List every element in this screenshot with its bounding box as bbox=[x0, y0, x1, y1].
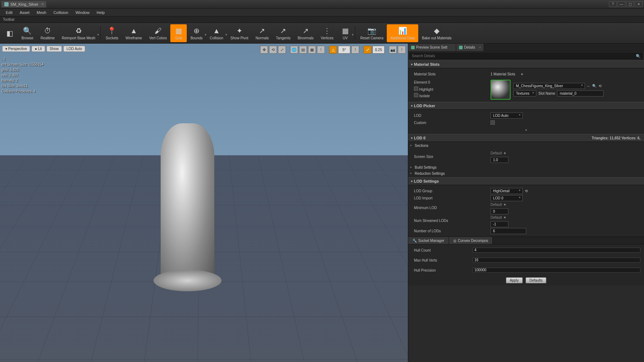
world-local-toggle[interactable]: 🌐 bbox=[290, 46, 298, 54]
menu-mesh[interactable]: Mesh bbox=[33, 9, 50, 16]
angle-snap-extra[interactable]: ! bbox=[351, 46, 359, 54]
defaults-button[interactable]: Defaults bbox=[526, 277, 547, 283]
screen-size-label: Screen Size bbox=[412, 155, 491, 159]
collision-icon: ▲ bbox=[212, 26, 221, 35]
lod-menu[interactable]: LOD Auto bbox=[63, 46, 85, 52]
num-streamed-input[interactable]: -1 bbox=[491, 221, 508, 227]
section-lod0[interactable]: ▾LOD 0 Triangles: 11,652 Vertices: 6, bbox=[408, 134, 644, 142]
material-thumbnail[interactable] bbox=[491, 80, 511, 100]
angle-snap-value[interactable]: 5° bbox=[338, 46, 350, 54]
isolate-checkbox[interactable] bbox=[414, 93, 418, 97]
grid-snap-value[interactable]: ! bbox=[317, 46, 325, 54]
camera-speed-icon[interactable]: 📷 bbox=[389, 46, 397, 54]
move-gizmo-icon[interactable]: ✥ bbox=[260, 46, 268, 54]
lod-dropdown[interactable]: LOD Auto bbox=[491, 113, 523, 119]
num-lods-input[interactable]: 6 bbox=[491, 228, 526, 234]
toolbar-reimport-base-mesh[interactable]: ♻Reimport Base Mesh▼ bbox=[58, 24, 99, 42]
close-icon[interactable]: ✕ bbox=[479, 46, 482, 49]
angle-snap-icon[interactable]: △ bbox=[329, 46, 337, 54]
scale-gizmo-icon[interactable]: ⤢ bbox=[278, 46, 286, 54]
mesh-icon bbox=[4, 2, 9, 6]
add-platform-icon[interactable]: ＋ bbox=[503, 150, 507, 155]
toolbar-grid[interactable]: ▦Grid bbox=[170, 24, 187, 42]
lit-toggle[interactable]: ● Lit bbox=[31, 46, 45, 52]
highlight-checkbox[interactable] bbox=[414, 86, 418, 91]
toolbar-bounds[interactable]: ⊕Bounds▼ bbox=[187, 24, 206, 42]
reset-camera-icon: 📷 bbox=[367, 26, 376, 35]
toolbar-collision[interactable]: ▲Collision▼ bbox=[206, 24, 227, 42]
grid-icon: ▦ bbox=[174, 26, 183, 35]
search-details-input[interactable] bbox=[409, 53, 643, 59]
surface-snap-icon[interactable]: ▤ bbox=[299, 46, 307, 54]
toolbar-browse[interactable]: 🔍Browse bbox=[18, 24, 37, 42]
reset-icon[interactable]: ⟲ bbox=[598, 84, 602, 88]
add-platform-icon[interactable]: ＋ bbox=[503, 202, 507, 207]
material-dropdown[interactable]: M_ChessFigures_King_Silver bbox=[513, 83, 585, 89]
3d-viewport[interactable]: ▾ Perspective ● Lit Show LOD Auto ✥ ⟲ ⤢ … bbox=[0, 44, 408, 362]
lod-group-dropdown[interactable]: HighDetail bbox=[491, 188, 523, 194]
max-hull-verts-slider[interactable]: 16 bbox=[473, 258, 640, 263]
source-control-icon[interactable]: ? bbox=[609, 1, 617, 7]
hull-precision-slider[interactable]: 100000 bbox=[473, 268, 640, 273]
binormals-icon: ↗ bbox=[301, 26, 310, 35]
expand-icon[interactable]: ▼ bbox=[525, 129, 528, 132]
asset-tab[interactable]: SM_King_Silver ✕ bbox=[1, 1, 46, 8]
hull-count-slider[interactable]: 4 bbox=[473, 248, 640, 253]
section-lod-picker[interactable]: ▾LOD Picker bbox=[408, 102, 644, 110]
rotate-gizmo-icon[interactable]: ⟲ bbox=[269, 46, 277, 54]
browse-asset-icon[interactable]: 🔍 bbox=[592, 84, 596, 88]
grid-snap-icon[interactable]: ▦ bbox=[308, 46, 316, 54]
toolbar-vert-colors[interactable]: 🖌Vert Colors bbox=[146, 24, 170, 42]
tab-convex-decomposition[interactable]: ◎Convex Decompos bbox=[449, 237, 493, 244]
close-button[interactable]: ✕ bbox=[635, 1, 643, 7]
menu-asset[interactable]: Asset bbox=[16, 9, 33, 16]
scale-snap-value[interactable]: 0.25 bbox=[372, 46, 385, 54]
menu-help[interactable]: Help bbox=[93, 9, 108, 16]
toolbar-additional-data[interactable]: 📊Additional Data bbox=[387, 24, 418, 42]
menu-window[interactable]: Window bbox=[72, 9, 93, 16]
slot-name-input[interactable] bbox=[557, 90, 604, 96]
menu-edit[interactable]: Edit bbox=[2, 9, 16, 16]
show-menu[interactable]: Show bbox=[47, 46, 62, 52]
toolbar-uv[interactable]: ▦UV▼ bbox=[337, 24, 353, 42]
add-platform-icon[interactable]: ＋ bbox=[503, 215, 507, 220]
toolbar-normals[interactable]: ↗Normals bbox=[252, 24, 272, 42]
section-material-slots[interactable]: ▾Material Slots bbox=[408, 60, 644, 68]
lod0-reduction-settings[interactable]: Reduction Settings bbox=[408, 170, 644, 177]
reset-icon[interactable]: ⟲ bbox=[524, 189, 528, 193]
toolbar-tangents[interactable]: ↗Tangents bbox=[272, 24, 294, 42]
mesh-preview-statue bbox=[161, 123, 214, 288]
add-slot-icon[interactable]: ＋ bbox=[520, 71, 524, 77]
minimize-button[interactable]: — bbox=[618, 1, 625, 7]
tab-details[interactable]: Details✕ bbox=[456, 44, 484, 51]
section-lod-settings[interactable]: ▾LOD Settings bbox=[408, 177, 644, 185]
perspective-toggle[interactable]: ▾ Perspective bbox=[2, 46, 30, 52]
toolbar-reset-camera[interactable]: 📷Reset Camera bbox=[357, 24, 387, 42]
textures-dropdown[interactable]: Textures bbox=[513, 90, 536, 96]
lod-import-dropdown[interactable]: LOD 0 bbox=[491, 195, 523, 201]
toolbar-vertices[interactable]: ⋮Vertices bbox=[317, 24, 337, 42]
toolbar-sockets[interactable]: 📍Sockets bbox=[102, 24, 122, 42]
hull-precision-label: Hull Precision bbox=[412, 268, 473, 272]
toolbar-binormals[interactable]: ↗Binormals bbox=[294, 24, 317, 42]
tab-socket-manager[interactable]: 🔧Socket Manager bbox=[408, 237, 449, 244]
uv-icon: ▦ bbox=[341, 26, 350, 35]
toolbar-realtime[interactable]: ⏱Realtime bbox=[37, 24, 58, 42]
menu-collision[interactable]: Collision bbox=[50, 9, 72, 16]
close-icon[interactable]: ✕ bbox=[41, 2, 44, 6]
tab-preview-scene[interactable]: Preview Scene Sett bbox=[408, 44, 456, 51]
toolbar-wireframe[interactable]: ▲Wireframe bbox=[122, 24, 146, 42]
apply-button[interactable]: Apply bbox=[506, 277, 523, 283]
nav-back-icon[interactable]: ← bbox=[586, 84, 591, 88]
camera-speed-value[interactable]: ! bbox=[398, 46, 406, 54]
toolbar-bake-out-materials[interactable]: ◆Bake out Materials bbox=[418, 24, 455, 42]
custom-checkbox[interactable] bbox=[491, 120, 495, 125]
maximize-button[interactable]: ▢ bbox=[626, 1, 634, 7]
min-lod-input[interactable]: 0 bbox=[491, 208, 508, 214]
scale-snap-icon[interactable]: ⤢ bbox=[364, 46, 371, 54]
screen-size-input[interactable]: 1.0 bbox=[491, 157, 508, 163]
toolbar-show-pivot[interactable]: ✦Show Pivot bbox=[227, 24, 252, 42]
lod0-sections[interactable]: Sections bbox=[408, 143, 644, 149]
lod0-build-settings[interactable]: Build Settings bbox=[408, 164, 644, 170]
toolbar-btn[interactable]: ◧ bbox=[1, 24, 18, 42]
